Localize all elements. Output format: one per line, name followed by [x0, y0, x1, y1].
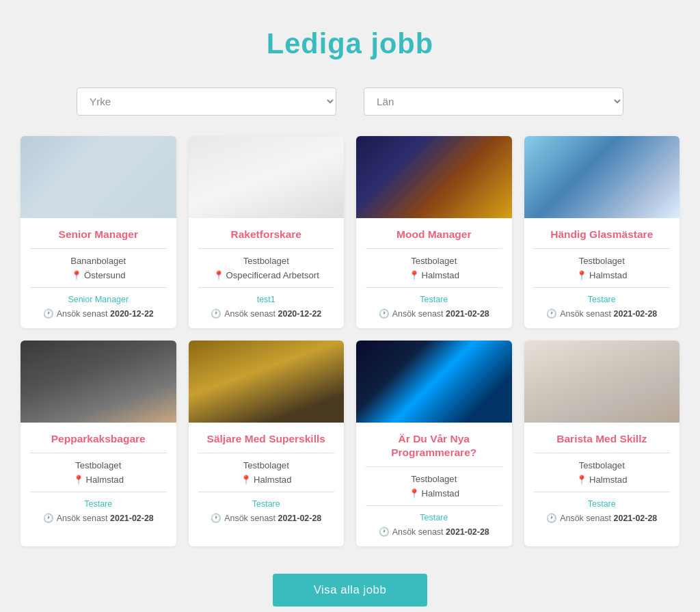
clock-icon: 🕐 [43, 308, 54, 319]
card-divider [30, 248, 167, 249]
card-deadline: 🕐 Ansök senast 2021-02-28 [534, 513, 671, 523]
location-pin-icon: 📍 [71, 270, 82, 280]
card-category: Testare [198, 499, 335, 509]
card-title: Händig Glasmästare [534, 228, 671, 241]
card-deadline: 🕐 Ansök senast 2021-02-28 [30, 513, 167, 523]
location-pin-icon: 📍 [241, 475, 252, 485]
card-divider [534, 248, 671, 249]
card-image [356, 136, 512, 218]
deadline-prefix: Ansök senast 2021-02-28 [392, 527, 489, 537]
cards-grid: Senior Manager Bananbolaget 📍 Östersund … [21, 136, 679, 546]
clock-icon: 🕐 [546, 308, 557, 319]
deadline-date: 2021-02-28 [614, 514, 658, 523]
job-card[interactable]: Pepparkaksbagare Testbolaget 📍 Halmstad … [21, 341, 176, 546]
deadline-prefix: Ansök senast 2021-02-28 [392, 309, 489, 319]
deadline-prefix: Ansök senast 2021-02-28 [560, 309, 657, 319]
card-divider2 [30, 492, 167, 492]
card-location: 📍 Halmstad [366, 270, 502, 280]
job-card[interactable]: Händig Glasmästare Testbolaget 📍 Halmsta… [524, 136, 680, 328]
card-category: Senior Manager [30, 295, 167, 304]
job-card[interactable]: Senior Manager Bananbolaget 📍 Östersund … [21, 136, 176, 328]
page-title: Lediga jobb [21, 27, 679, 60]
card-image [524, 136, 680, 218]
card-divider [534, 453, 671, 453]
card-title: Raketforskare [198, 228, 335, 241]
card-location: 📍 Halmstad [30, 475, 167, 485]
location-text: Ospecificerad Arbetsort [226, 270, 319, 280]
job-card[interactable]: Barista Med Skillz Testbolaget 📍 Halmsta… [524, 341, 680, 546]
deadline-prefix: Ansök senast 2021-02-28 [224, 514, 321, 523]
location-pin-icon: 📍 [409, 270, 420, 280]
location-pin-icon: 📍 [73, 475, 84, 485]
card-title: Mood Manager [366, 228, 502, 241]
card-company: Testbolaget [198, 256, 335, 266]
card-company: Testbolaget [366, 256, 502, 266]
card-divider2 [30, 287, 167, 288]
deadline-date: 2021-02-28 [446, 527, 489, 537]
card-image [21, 136, 176, 218]
card-body: Säljare Med Superskills Testbolaget 📍 Ha… [189, 423, 345, 546]
card-divider2 [534, 287, 671, 288]
card-location: 📍 Ospecificerad Arbetsort [198, 270, 335, 280]
job-card[interactable]: Säljare Med Superskills Testbolaget 📍 Ha… [189, 341, 345, 546]
deadline-date: 2020-12-22 [110, 309, 154, 319]
location-pin-icon: 📍 [576, 475, 587, 485]
location-pin-icon: 📍 [213, 270, 224, 280]
card-category: Testare [534, 295, 671, 304]
card-title: Senior Manager [30, 228, 167, 241]
clock-icon: 🕐 [546, 513, 557, 523]
deadline-prefix: Ansök senast 2021-02-28 [57, 514, 154, 523]
card-divider [198, 248, 335, 249]
yrke-filter[interactable]: Yrke [77, 88, 336, 116]
card-title: Säljare Med Superskills [198, 432, 335, 446]
view-all-button[interactable]: Visa alla jobb [273, 574, 428, 607]
card-location: 📍 Halmstad [534, 475, 671, 485]
card-divider2 [198, 492, 335, 492]
card-company: Testbolaget [534, 460, 671, 470]
location-text: Halmstad [86, 475, 124, 485]
card-location: 📍 Halmstad [366, 488, 502, 498]
card-title: Barista Med Skillz [534, 432, 671, 446]
card-deadline: 🕐 Ansök senast 2020-12-22 [30, 308, 167, 319]
card-company: Bananbolaget [30, 256, 167, 266]
card-title: Pepparkaksbagare [30, 432, 167, 446]
deadline-prefix: Ansök senast 2020-12-22 [224, 309, 321, 319]
job-card[interactable]: Är Du Vår Nya Programmerare? Testbolaget… [356, 341, 512, 546]
card-divider [366, 248, 502, 249]
card-body: Senior Manager Bananbolaget 📍 Östersund … [21, 218, 176, 328]
page-wrapper: Lediga jobb Yrke Län Senior Manager Bana… [0, 0, 700, 612]
card-divider [366, 466, 502, 467]
location-pin-icon: 📍 [576, 270, 587, 280]
deadline-date: 2021-02-28 [278, 514, 322, 523]
card-image [524, 341, 680, 423]
card-category: Testare [30, 499, 167, 509]
card-image [21, 341, 176, 423]
card-divider2 [366, 505, 502, 506]
card-image [189, 341, 345, 423]
location-text: Halmstad [589, 475, 627, 485]
card-company: Testbolaget [198, 460, 335, 470]
lan-filter[interactable]: Län [364, 88, 623, 116]
location-text: Halmstad [254, 475, 291, 485]
card-company: Testbolaget [366, 474, 502, 484]
location-text: Halmstad [422, 270, 459, 280]
card-deadline: 🕐 Ansök senast 2021-02-28 [366, 527, 502, 537]
card-image [356, 341, 512, 423]
card-location: 📍 Halmstad [534, 270, 671, 280]
card-company: Testbolaget [30, 460, 167, 470]
deadline-date: 2021-02-28 [614, 309, 658, 319]
card-divider2 [366, 287, 502, 288]
clock-icon: 🕐 [379, 527, 390, 537]
clock-icon: 🕐 [379, 308, 390, 319]
card-title: Är Du Vår Nya Programmerare? [366, 432, 502, 460]
card-category: Testare [534, 499, 671, 509]
card-body: Raketforskare Testbolaget 📍 Ospecificera… [189, 218, 345, 328]
location-pin-icon: 📍 [409, 488, 420, 498]
location-text: Halmstad [589, 270, 627, 280]
card-deadline: 🕐 Ansök senast 2021-02-28 [198, 513, 335, 523]
job-card[interactable]: Raketforskare Testbolaget 📍 Ospecificera… [189, 136, 345, 328]
location-text: Halmstad [422, 488, 459, 498]
card-image [189, 136, 345, 218]
job-card[interactable]: Mood Manager Testbolaget 📍 Halmstad Test… [356, 136, 512, 328]
card-body: Barista Med Skillz Testbolaget 📍 Halmsta… [524, 423, 680, 546]
